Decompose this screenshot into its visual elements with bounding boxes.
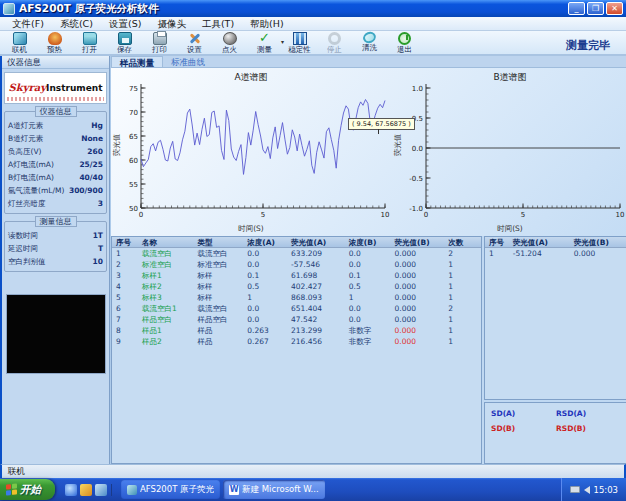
stat-label: RSD(A) (556, 409, 621, 418)
svg-text:65: 65 (129, 133, 138, 141)
column-header: 次数 (444, 237, 481, 247)
table-cell: 0.000 (391, 281, 445, 292)
table-row[interactable]: 9样品2样品0.267216.456非数字0.0001 (112, 336, 481, 347)
table-row[interactable]: 6载流空白1载流空白0.0651.4040.00.0002 (112, 303, 481, 314)
toolbar-button-save[interactable]: 保存 (107, 32, 142, 55)
toolbar-button-preheat[interactable]: 预热 (37, 32, 72, 55)
menu-item[interactable]: 系统(C) (52, 17, 101, 31)
table-cell: 载流空白 (194, 248, 244, 259)
start-button[interactable]: 开始 (0, 479, 55, 500)
toolbar-button-label: 停止 (327, 46, 342, 54)
table-row[interactable]: 3标样1标样0.161.6980.10.0001 (112, 270, 481, 281)
svg-text:-0.5: -0.5 (409, 175, 423, 183)
maximize-button[interactable]: ❐ (587, 2, 604, 15)
close-button[interactable]: ✕ (606, 2, 623, 15)
print-icon (153, 32, 167, 45)
reading-table-header: 序号荧光值(A)荧光值(B) (485, 237, 626, 248)
menu-item[interactable]: 设置(S) (101, 17, 149, 31)
toolbar-button-label: 联机 (12, 46, 27, 54)
afs-app-icon (127, 485, 137, 495)
toolbar-button-settings[interactable]: 设置 (177, 32, 212, 55)
tab-strip: 样品测量 标准曲线 (111, 56, 626, 68)
toolbar-button-open[interactable]: 打开 (72, 32, 107, 55)
info-row: 读数时间1T (8, 229, 103, 242)
taskbar-task-button[interactable]: W新建 Microsoft W... (223, 480, 325, 499)
toolbar-button-stop[interactable]: 停止 (317, 32, 352, 55)
info-row: 延迟时间T (8, 242, 103, 255)
column-header: 荧光值(A) (509, 237, 570, 247)
table-row[interactable]: 1-51.2040.000 (485, 248, 626, 259)
table-row[interactable]: 7样品空白样品空白0.047.5420.00.0001 (112, 314, 481, 325)
table-row[interactable]: 1载流空白载流空白0.0633.2090.00.0002 (112, 248, 481, 259)
table-cell: 1 (345, 292, 391, 303)
app-window: AFS200T 原子荧光分析软件 _ ❐ ✕ 文件(F)系统(C)设置(S)摄像… (0, 0, 626, 501)
table-cell: 9 (112, 336, 138, 347)
info-value: 1T (93, 229, 103, 242)
toolbar-button-clean[interactable]: 清洗 (352, 32, 387, 55)
taskbar-task-button[interactable]: AFS200T 原子荧光 (121, 480, 220, 499)
toolbar-button-print[interactable]: 打印 (142, 32, 177, 55)
table-row[interactable]: 2标准空白标准空白0.0-57.5460.00.0001 (112, 259, 481, 270)
main-panel: 样品测量 标准曲线 A道谱图 荧光值 0510505560657075 时间(S… (111, 56, 626, 464)
toolbar-button-ignite[interactable]: 点火 (212, 32, 247, 55)
toolbar-button-label: 稳定性 (288, 46, 311, 54)
table-cell: 1 (444, 270, 481, 281)
info-row: A道灯元素Hg (8, 119, 103, 132)
stat-label: SD(A) (491, 409, 556, 418)
table-cell: 标准空白 (194, 259, 244, 270)
show-desktop-icon[interactable] (80, 484, 92, 496)
toolbar-button-exit[interactable]: 退出 (387, 32, 422, 55)
table-cell: 0.5 (345, 281, 391, 292)
toolbar-button-connect[interactable]: 联机 (2, 32, 37, 55)
menu-item[interactable]: 工具(T) (194, 17, 242, 31)
table-cell: 非数字 (345, 336, 391, 347)
logo-text-black: Instrument (46, 83, 102, 93)
instrument-sidebar: 仪器信息 SkyrayInstrument 仪器信息 A道灯元素HgB道灯元素N… (2, 56, 110, 464)
menu-item[interactable]: 文件(F) (4, 17, 52, 31)
table-cell: 0.000 (391, 259, 445, 270)
volume-icon[interactable] (584, 486, 590, 494)
tab-standard-curve[interactable]: 标准曲线 (163, 56, 213, 67)
table-row[interactable]: 8样品1样品0.263213.299非数字0.0001 (112, 325, 481, 336)
menu-item[interactable]: 帮助(H) (242, 17, 292, 31)
channel-b-plot: 0510-1.0-0.50.00.51.0 (392, 68, 626, 236)
table-cell: 7 (112, 314, 138, 325)
toolbar-button-label: 打开 (82, 46, 97, 54)
table-row[interactable]: 4标样2标样0.5402.4270.50.0001 (112, 281, 481, 292)
table-cell: 3 (112, 270, 138, 281)
table-cell: 61.698 (287, 270, 345, 281)
media-player-icon[interactable] (95, 484, 107, 496)
table-row[interactable]: 5标样3标样1868.09310.0001 (112, 292, 481, 303)
table-cell: 0.263 (243, 325, 287, 336)
minimize-button[interactable]: _ (568, 2, 585, 15)
status-bar: 联机 (0, 464, 626, 478)
measure-info-group: 测量信息 读数时间1T延迟时间T空白判别值10 (4, 221, 107, 272)
instrument-info-group: 仪器信息 A道灯元素HgB道灯元素None负高压(V)260A灯电流(mA)25… (4, 111, 107, 214)
info-label: 空白判别值 (8, 255, 46, 268)
toolbar-button-stability[interactable]: 稳定性 (282, 32, 317, 55)
info-label: 延迟时间 (8, 242, 38, 255)
table-cell: 样品空白 (138, 314, 194, 325)
toolbar-button-label: 设置 (187, 46, 202, 54)
instrument-info-rows: A道灯元素HgB道灯元素None负高压(V)260A灯电流(mA)25/25B灯… (8, 119, 103, 210)
keyboard-layout-icon[interactable] (570, 486, 580, 493)
table-cell: 1 (444, 314, 481, 325)
info-value: 300/900 (69, 184, 103, 197)
tab-sample-measure[interactable]: 样品测量 (111, 56, 163, 67)
column-header: 荧光值(B) (570, 237, 626, 247)
table-cell: 0.1 (243, 270, 287, 281)
column-header: 序号 (485, 237, 509, 247)
table-cell: 样品1 (138, 325, 194, 336)
toolbar-button-label: 退出 (397, 46, 412, 54)
charts-row: A道谱图 荧光值 0510505560657075 时间(S) B道谱图 荧光值… (111, 68, 626, 236)
window-title: AFS200T 原子荧光分析软件 (19, 2, 159, 16)
table-cell: 0.0 (345, 314, 391, 325)
toolbar-button-label: 打印 (152, 46, 167, 54)
ie-icon[interactable] (65, 484, 77, 496)
column-header: 名称 (138, 237, 194, 247)
table-cell: -51.204 (509, 248, 570, 259)
table-cell: 1 (444, 259, 481, 270)
menu-item[interactable]: 摄像头 (149, 17, 194, 31)
svg-text:0: 0 (424, 211, 428, 219)
toolbar-button-measure[interactable]: ✓▾测量 (247, 32, 282, 55)
